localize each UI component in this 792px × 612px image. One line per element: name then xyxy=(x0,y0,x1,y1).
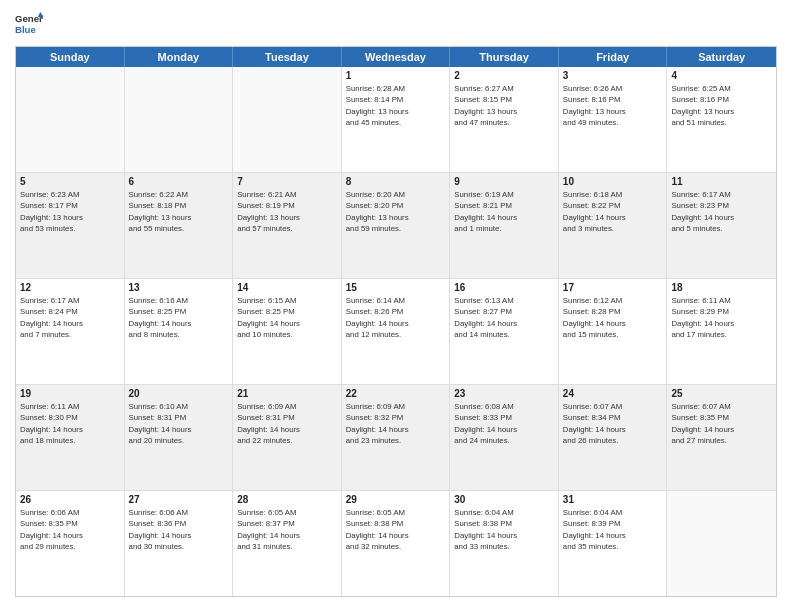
cell-info: Sunrise: 6:17 AM Sunset: 8:24 PM Dayligh… xyxy=(20,295,120,340)
cell-info: Sunrise: 6:09 AM Sunset: 8:31 PM Dayligh… xyxy=(237,401,337,446)
cell-info: Sunrise: 6:06 AM Sunset: 8:36 PM Dayligh… xyxy=(129,507,229,552)
calendar-cell: 5Sunrise: 6:23 AM Sunset: 8:17 PM Daylig… xyxy=(16,173,125,278)
calendar-row: 19Sunrise: 6:11 AM Sunset: 8:30 PM Dayli… xyxy=(16,385,776,491)
day-number: 5 xyxy=(20,176,120,187)
day-number: 8 xyxy=(346,176,446,187)
day-number: 28 xyxy=(237,494,337,505)
day-number: 19 xyxy=(20,388,120,399)
calendar-row: 26Sunrise: 6:06 AM Sunset: 8:35 PM Dayli… xyxy=(16,491,776,596)
calendar-cell: 10Sunrise: 6:18 AM Sunset: 8:22 PM Dayli… xyxy=(559,173,668,278)
page: General Blue SundayMondayTuesdayWednesda… xyxy=(0,0,792,612)
calendar-cell: 27Sunrise: 6:06 AM Sunset: 8:36 PM Dayli… xyxy=(125,491,234,596)
calendar-cell: 26Sunrise: 6:06 AM Sunset: 8:35 PM Dayli… xyxy=(16,491,125,596)
cell-info: Sunrise: 6:05 AM Sunset: 8:38 PM Dayligh… xyxy=(346,507,446,552)
calendar-cell: 8Sunrise: 6:20 AM Sunset: 8:20 PM Daylig… xyxy=(342,173,451,278)
calendar-cell: 30Sunrise: 6:04 AM Sunset: 8:38 PM Dayli… xyxy=(450,491,559,596)
day-number: 2 xyxy=(454,70,554,81)
calendar-body: 1Sunrise: 6:28 AM Sunset: 8:14 PM Daylig… xyxy=(16,67,776,596)
day-number: 1 xyxy=(346,70,446,81)
day-number: 18 xyxy=(671,282,772,293)
day-number: 6 xyxy=(129,176,229,187)
day-number: 10 xyxy=(563,176,663,187)
day-number: 31 xyxy=(563,494,663,505)
calendar-cell: 4Sunrise: 6:25 AM Sunset: 8:16 PM Daylig… xyxy=(667,67,776,172)
cell-info: Sunrise: 6:25 AM Sunset: 8:16 PM Dayligh… xyxy=(671,83,772,128)
calendar-cell: 3Sunrise: 6:26 AM Sunset: 8:16 PM Daylig… xyxy=(559,67,668,172)
calendar-row: 5Sunrise: 6:23 AM Sunset: 8:17 PM Daylig… xyxy=(16,173,776,279)
day-of-week-header: Saturday xyxy=(667,47,776,67)
day-number: 20 xyxy=(129,388,229,399)
calendar-cell: 19Sunrise: 6:11 AM Sunset: 8:30 PM Dayli… xyxy=(16,385,125,490)
calendar-cell: 24Sunrise: 6:07 AM Sunset: 8:34 PM Dayli… xyxy=(559,385,668,490)
day-number: 16 xyxy=(454,282,554,293)
calendar-cell: 20Sunrise: 6:10 AM Sunset: 8:31 PM Dayli… xyxy=(125,385,234,490)
cell-info: Sunrise: 6:05 AM Sunset: 8:37 PM Dayligh… xyxy=(237,507,337,552)
cell-info: Sunrise: 6:04 AM Sunset: 8:39 PM Dayligh… xyxy=(563,507,663,552)
calendar-cell: 31Sunrise: 6:04 AM Sunset: 8:39 PM Dayli… xyxy=(559,491,668,596)
cell-info: Sunrise: 6:21 AM Sunset: 8:19 PM Dayligh… xyxy=(237,189,337,234)
logo: General Blue xyxy=(15,10,43,38)
calendar-cell xyxy=(233,67,342,172)
day-number: 7 xyxy=(237,176,337,187)
cell-info: Sunrise: 6:08 AM Sunset: 8:33 PM Dayligh… xyxy=(454,401,554,446)
cell-info: Sunrise: 6:18 AM Sunset: 8:22 PM Dayligh… xyxy=(563,189,663,234)
cell-info: Sunrise: 6:11 AM Sunset: 8:29 PM Dayligh… xyxy=(671,295,772,340)
day-of-week-header: Friday xyxy=(559,47,668,67)
day-of-week-header: Wednesday xyxy=(342,47,451,67)
calendar-cell: 29Sunrise: 6:05 AM Sunset: 8:38 PM Dayli… xyxy=(342,491,451,596)
calendar-cell: 17Sunrise: 6:12 AM Sunset: 8:28 PM Dayli… xyxy=(559,279,668,384)
cell-info: Sunrise: 6:06 AM Sunset: 8:35 PM Dayligh… xyxy=(20,507,120,552)
cell-info: Sunrise: 6:28 AM Sunset: 8:14 PM Dayligh… xyxy=(346,83,446,128)
day-number: 3 xyxy=(563,70,663,81)
header: General Blue xyxy=(15,10,777,38)
cell-info: Sunrise: 6:20 AM Sunset: 8:20 PM Dayligh… xyxy=(346,189,446,234)
calendar-cell xyxy=(125,67,234,172)
day-number: 21 xyxy=(237,388,337,399)
cell-info: Sunrise: 6:12 AM Sunset: 8:28 PM Dayligh… xyxy=(563,295,663,340)
calendar-cell: 7Sunrise: 6:21 AM Sunset: 8:19 PM Daylig… xyxy=(233,173,342,278)
day-number: 30 xyxy=(454,494,554,505)
day-of-week-header: Tuesday xyxy=(233,47,342,67)
cell-info: Sunrise: 6:23 AM Sunset: 8:17 PM Dayligh… xyxy=(20,189,120,234)
calendar-cell: 11Sunrise: 6:17 AM Sunset: 8:23 PM Dayli… xyxy=(667,173,776,278)
day-number: 11 xyxy=(671,176,772,187)
calendar-header: SundayMondayTuesdayWednesdayThursdayFrid… xyxy=(16,47,776,67)
cell-info: Sunrise: 6:22 AM Sunset: 8:18 PM Dayligh… xyxy=(129,189,229,234)
cell-info: Sunrise: 6:11 AM Sunset: 8:30 PM Dayligh… xyxy=(20,401,120,446)
day-number: 27 xyxy=(129,494,229,505)
calendar-cell: 1Sunrise: 6:28 AM Sunset: 8:14 PM Daylig… xyxy=(342,67,451,172)
svg-text:Blue: Blue xyxy=(15,24,36,35)
cell-info: Sunrise: 6:16 AM Sunset: 8:25 PM Dayligh… xyxy=(129,295,229,340)
cell-info: Sunrise: 6:07 AM Sunset: 8:35 PM Dayligh… xyxy=(671,401,772,446)
calendar-cell xyxy=(16,67,125,172)
day-of-week-header: Monday xyxy=(125,47,234,67)
cell-info: Sunrise: 6:10 AM Sunset: 8:31 PM Dayligh… xyxy=(129,401,229,446)
cell-info: Sunrise: 6:13 AM Sunset: 8:27 PM Dayligh… xyxy=(454,295,554,340)
calendar: SundayMondayTuesdayWednesdayThursdayFrid… xyxy=(15,46,777,597)
day-number: 29 xyxy=(346,494,446,505)
day-number: 15 xyxy=(346,282,446,293)
calendar-cell xyxy=(667,491,776,596)
calendar-cell: 25Sunrise: 6:07 AM Sunset: 8:35 PM Dayli… xyxy=(667,385,776,490)
calendar-cell: 16Sunrise: 6:13 AM Sunset: 8:27 PM Dayli… xyxy=(450,279,559,384)
day-number: 17 xyxy=(563,282,663,293)
cell-info: Sunrise: 6:19 AM Sunset: 8:21 PM Dayligh… xyxy=(454,189,554,234)
cell-info: Sunrise: 6:14 AM Sunset: 8:26 PM Dayligh… xyxy=(346,295,446,340)
svg-text:General: General xyxy=(15,13,43,24)
calendar-row: 12Sunrise: 6:17 AM Sunset: 8:24 PM Dayli… xyxy=(16,279,776,385)
calendar-cell: 6Sunrise: 6:22 AM Sunset: 8:18 PM Daylig… xyxy=(125,173,234,278)
calendar-cell: 13Sunrise: 6:16 AM Sunset: 8:25 PM Dayli… xyxy=(125,279,234,384)
logo-icon: General Blue xyxy=(15,10,43,38)
cell-info: Sunrise: 6:07 AM Sunset: 8:34 PM Dayligh… xyxy=(563,401,663,446)
day-number: 13 xyxy=(129,282,229,293)
cell-info: Sunrise: 6:27 AM Sunset: 8:15 PM Dayligh… xyxy=(454,83,554,128)
day-number: 12 xyxy=(20,282,120,293)
day-of-week-header: Thursday xyxy=(450,47,559,67)
day-number: 25 xyxy=(671,388,772,399)
calendar-cell: 28Sunrise: 6:05 AM Sunset: 8:37 PM Dayli… xyxy=(233,491,342,596)
calendar-cell: 12Sunrise: 6:17 AM Sunset: 8:24 PM Dayli… xyxy=(16,279,125,384)
calendar-cell: 15Sunrise: 6:14 AM Sunset: 8:26 PM Dayli… xyxy=(342,279,451,384)
cell-info: Sunrise: 6:09 AM Sunset: 8:32 PM Dayligh… xyxy=(346,401,446,446)
calendar-cell: 2Sunrise: 6:27 AM Sunset: 8:15 PM Daylig… xyxy=(450,67,559,172)
calendar-row: 1Sunrise: 6:28 AM Sunset: 8:14 PM Daylig… xyxy=(16,67,776,173)
